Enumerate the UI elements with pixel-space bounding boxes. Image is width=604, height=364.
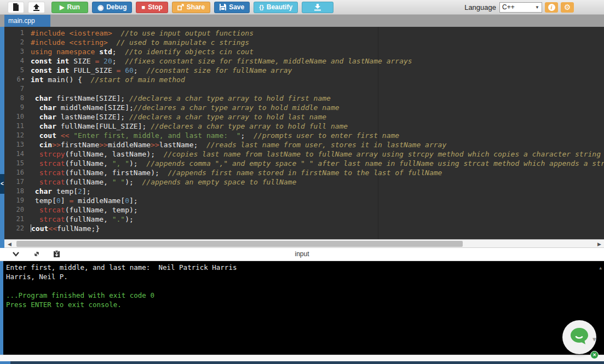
code-text: cin>>firstName>>middleName>>lastName; //… (26, 140, 446, 149)
code-text: char fullName[FULL_SIZE]; //declares a c… (26, 122, 348, 131)
code-text: temp[0] = middleName[0]; (26, 196, 138, 205)
code-line-13: 13 cin>>firstName>>middleName>>lastName;… (4, 140, 604, 149)
new-file-icon (13, 3, 19, 11)
panel-collapse-handle[interactable]: < (0, 174, 4, 194)
scroll-left-icon[interactable]: ◀ (8, 241, 11, 247)
line-number: 10 (4, 112, 26, 122)
run-button[interactable]: ▶ Run (51, 2, 88, 13)
page-hscrollbar[interactable] (0, 361, 604, 364)
code-text: using namespace std; //to identify objec… (26, 47, 254, 56)
save-button[interactable]: Save (214, 2, 250, 13)
download-icon (314, 4, 321, 11)
download-button[interactable] (302, 2, 333, 13)
code-line-2: 2#include <cstring> // used to manipulat… (4, 38, 604, 47)
code-line-20: 20 strcat(fullName, temp); (4, 205, 604, 215)
settings-button[interactable]: ⚙ (561, 2, 574, 13)
code-line-21: 21 strcat(fullName, "."); (4, 215, 604, 224)
line-number: 2 (4, 38, 26, 47)
code-text: strcat(fullName, " "); //appends an empt… (26, 177, 296, 187)
line-number: 1 (4, 28, 26, 38)
run-icon: ▶ (60, 4, 64, 10)
line-number: 8 (4, 94, 26, 103)
code-text: char lastName[SIZE]; //declares a char t… (26, 112, 326, 122)
code-text: char middleName[SIZE];//declares a char … (26, 103, 340, 112)
code-line-6: 6▼int main() { //start of main method (4, 75, 604, 84)
code-text: #include <iostream> //to use input outpu… (26, 28, 254, 38)
language-value: C++ (502, 3, 535, 11)
editor-hscroll-thumb[interactable] (16, 241, 463, 247)
code-text: cout<<fullName;} (26, 224, 100, 233)
code-line-11: 11 char fullName[FULL_SIZE]; //declares … (4, 122, 604, 131)
line-number: 22 (4, 224, 26, 233)
gear-icon: ⚙ (564, 3, 571, 11)
toolbar: ▶ Run ◉ Debug ■ Stop Share Save {} Beaut… (0, 0, 604, 15)
line-number: 18 (4, 187, 26, 196)
code-line-10: 10 char lastName[SIZE]; //declares a cha… (4, 112, 604, 122)
line-number: 14 (4, 149, 26, 159)
code-text: strcat(fullName, firstName); //appends f… (26, 168, 442, 177)
code-line-19: 19 temp[0] = middleName[0]; (4, 196, 604, 205)
line-number: 16 (4, 168, 26, 177)
chat-widget-button[interactable] (562, 320, 596, 354)
line-number: 11 (4, 122, 26, 131)
code-line-9: 9 char middleName[SIZE];//declares a cha… (4, 103, 604, 112)
info-icon: i (548, 4, 555, 11)
info-button[interactable]: i (545, 2, 558, 13)
chevron-down-icon: ▼ (535, 5, 539, 10)
chat-close-badge[interactable]: ✕ (590, 351, 599, 359)
language-select[interactable]: C++ ▼ (499, 2, 542, 13)
code-line-22: 22cout<<fullName;} (4, 224, 604, 233)
console-line (6, 281, 604, 291)
code-text: const int FULL_SIZE = 60; //constant siz… (26, 66, 292, 75)
code-line-15: 15 strcat(fullName, ", "); //appends com… (4, 159, 604, 168)
chat-collapse-icon[interactable]: ▾ (593, 335, 596, 343)
console-output[interactable]: Enter first, middle, and last name: Neil… (3, 261, 604, 355)
code-line-12: 12 cout << "Enter first, middle, and las… (4, 131, 604, 140)
code-text: strcpy(fullName, lastName); //copies las… (26, 149, 601, 159)
upload-button[interactable] (28, 2, 45, 13)
debug-button[interactable]: ◉ Debug (92, 2, 133, 13)
code-text (26, 84, 31, 94)
chat-bubble-icon (570, 327, 589, 348)
share-button[interactable]: Share (172, 2, 210, 13)
page-hscroll-thumb[interactable] (0, 361, 10, 364)
line-number: 6▼ (4, 75, 26, 84)
line-number: 9 (4, 103, 26, 112)
tab-main-cpp[interactable]: main.cpp (4, 15, 50, 27)
new-file-button[interactable] (8, 2, 24, 13)
fold-caret-icon[interactable]: ▼ (22, 77, 24, 82)
console-scroll-up-icon[interactable]: ▲ (599, 263, 602, 273)
line-number: 20 (4, 205, 26, 215)
line-number: 17 (4, 177, 26, 187)
line-number: 21 (4, 215, 26, 224)
code-text: char temp[2]; (26, 187, 91, 196)
line-number: 13 (4, 140, 26, 149)
code-line-4: 4const int SIZE = 20; //fixes constant s… (4, 56, 604, 66)
code-line-18: 18 char temp[2]; (4, 187, 604, 196)
code-area[interactable]: 1#include <iostream> //to use input outp… (4, 27, 604, 239)
code-text: cout << "Enter first, middle, and last n… (26, 131, 399, 140)
stop-icon: ■ (141, 4, 145, 10)
code-line-16: 16 strcat(fullName, firstName); //append… (4, 168, 604, 177)
debug-icon: ◉ (97, 4, 103, 11)
beautify-button[interactable]: {} Beautify (254, 2, 298, 13)
share-icon (177, 4, 184, 10)
console-line: ...Program finished with exit code 0 (6, 291, 604, 300)
code-text: char firstName[SIZE]; //declares a char … (26, 94, 331, 103)
console-line: Harris, Neil P. (6, 272, 604, 281)
code-line-7: 7 (4, 84, 604, 94)
code-text: #include <cstring> // used to manipulate… (26, 38, 249, 47)
console-line: Press ENTER to exit console. (6, 300, 604, 309)
code-line-3: 3using namespace std; //to identify obje… (4, 47, 604, 56)
code-line-1: 1#include <iostream> //to use input outp… (4, 28, 604, 38)
tab-bar: main.cpp (0, 15, 604, 27)
stop-button[interactable]: ■ Stop (136, 2, 168, 13)
upload-icon (33, 4, 40, 11)
editor-hscrollbar[interactable]: ◀ ▶ (4, 239, 604, 248)
code-line-8: 8 char firstName[SIZE]; //declares a cha… (4, 94, 604, 103)
line-number: 12 (4, 131, 26, 140)
code-text: int main() { //start of main method (26, 75, 185, 84)
line-number: 5 (4, 66, 26, 75)
scroll-right-icon[interactable]: ▶ (597, 241, 601, 247)
input-label: input (0, 250, 604, 258)
